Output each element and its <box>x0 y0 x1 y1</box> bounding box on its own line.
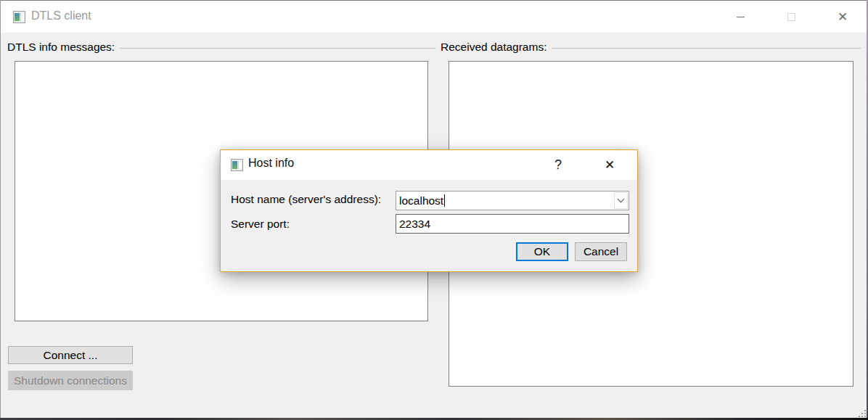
app-icon <box>231 159 243 171</box>
host-name-label: Host name (server's address): <box>231 193 381 206</box>
server-port-value: 22334 <box>396 218 430 231</box>
server-port-input[interactable]: 22334 <box>396 214 629 234</box>
close-button[interactable]: ✕ <box>826 1 859 33</box>
shutdown-connections-button: Shutdown connections <box>8 371 133 390</box>
host-name-combobox[interactable]: localhost <box>396 191 629 210</box>
combobox-dropdown-button[interactable] <box>614 192 628 209</box>
info-messages-group-header: DTLS info messages: <box>7 41 435 54</box>
group-border-line <box>552 48 861 49</box>
app-icon <box>13 11 25 23</box>
resize-grip[interactable] <box>857 408 866 417</box>
received-datagrams-label: Received datagrams: <box>441 41 546 54</box>
dtls-client-window: DTLS client ✕ DTLS info messages: Receiv… <box>0 0 868 420</box>
dialog-title: Host info <box>248 157 294 170</box>
chevron-down-icon <box>618 196 625 203</box>
window-left-border <box>0 0 1 420</box>
connect-button[interactable]: Connect ... <box>8 346 133 364</box>
group-border-line <box>428 48 435 49</box>
ok-button[interactable]: OK <box>516 242 568 261</box>
info-messages-label: DTLS info messages: <box>7 41 115 54</box>
received-datagrams-group-header: Received datagrams: <box>428 41 861 54</box>
host-info-dialog: Host info ? ✕ Host name (server's addres… <box>220 149 638 272</box>
group-border-line <box>120 48 435 49</box>
host-name-value: localhost <box>396 194 443 207</box>
window-top-border <box>0 0 868 1</box>
window-titlebar: DTLS client ✕ <box>1 1 867 33</box>
dialog-titlebar: Host info ? ✕ <box>221 150 637 180</box>
help-button[interactable]: ? <box>546 150 570 180</box>
close-icon: ✕ <box>838 11 848 23</box>
minimize-icon <box>737 17 745 17</box>
text-cursor <box>444 194 445 207</box>
cancel-button[interactable]: Cancel <box>575 242 627 261</box>
window-title: DTLS client <box>31 9 91 22</box>
server-port-label: Server port: <box>231 218 290 231</box>
minimize-button[interactable] <box>724 1 757 33</box>
dialog-close-button[interactable]: ✕ <box>598 150 621 180</box>
maximize-button[interactable] <box>774 1 808 33</box>
maximize-icon <box>787 13 795 21</box>
